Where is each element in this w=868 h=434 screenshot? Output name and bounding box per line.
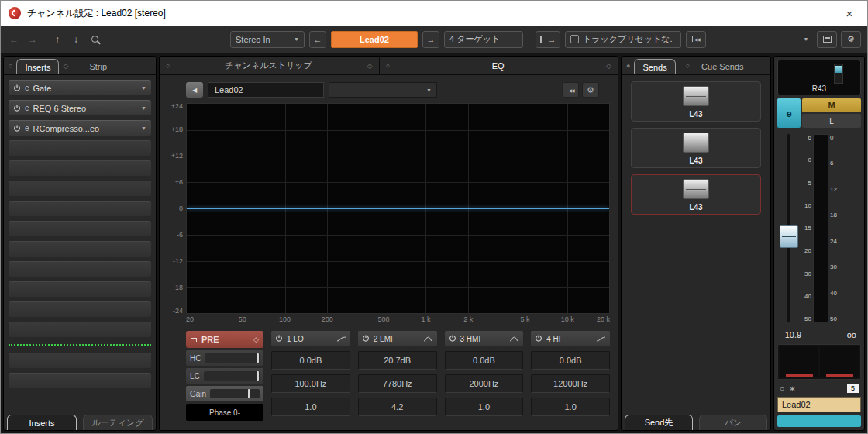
slider-handle[interactable] [257,353,259,363]
pre-post-fader-separator[interactable] [9,342,151,348]
eq-curve-line[interactable] [187,208,609,209]
power-icon[interactable] [13,84,21,92]
edit-plugin-icon[interactable]: e [25,104,29,112]
edit-plugin-icon[interactable]: e [25,84,29,92]
insert-slot[interactable]: e REQ 6 Stereo ▼ [9,100,151,115]
preset-diamond-icon[interactable]: ◇ [606,62,611,70]
eq-band-gain[interactable]: 0.0dB [531,351,610,370]
eq-reset-button[interactable]: ◀◀ [562,82,579,98]
low-cut-slider[interactable] [204,371,260,381]
send-slot[interactable]: L43 [631,128,761,168]
channel-strip-header[interactable]: ○ チャンネルストリップ ◇ [160,57,380,74]
eq-band-freq[interactable]: 100.0Hz [271,374,350,393]
eq-band-freq[interactable]: 7780Hz [358,374,437,393]
insert-slot-empty[interactable] [9,160,151,176]
phase-button[interactable]: Phase 0- [186,404,264,421]
back-button[interactable]: ← [7,31,21,48]
prev-channel-button[interactable]: ↑ [50,31,64,48]
fader-level-value[interactable]: -10.9 [782,330,801,339]
bypass-inserts-button[interactable]: ◀◀ [686,31,706,48]
eq-band-freq[interactable]: 12000Hz [531,374,610,393]
settings-button[interactable]: ⚙ [841,31,861,48]
open-window-button[interactable] [817,31,837,48]
power-icon[interactable] [535,335,542,343]
pan-slider-track[interactable] [834,64,843,84]
power-icon[interactable] [362,335,370,343]
channel-color-bar[interactable] [777,415,861,427]
listen-button[interactable]: L [802,114,861,128]
band-curve-icon[interactable] [596,336,606,343]
channel-name-field[interactable]: Lead02 [331,31,418,48]
track-preset-field[interactable]: トラックプリセットな. [565,31,681,48]
channel-search-button[interactable] [88,31,102,48]
preset-diamond-icon[interactable]: ◇ [367,62,373,70]
automation-circle-icon[interactable]: ○ [780,384,784,393]
tab-cue-sends[interactable]: Cue Sends [694,59,751,74]
bottom-tab-send-destination[interactable]: Send先 [625,415,693,430]
input-routing-select[interactable]: Stereo In ▼ [230,31,305,48]
insert-slot-empty[interactable] [9,281,151,297]
edit-plugin-icon[interactable]: e [25,124,29,133]
eq-band-header[interactable]: 2 LMF [358,331,437,346]
close-button[interactable]: × [832,1,867,26]
send-fader-cap[interactable] [683,179,709,199]
send-slot[interactable]: L43 [631,81,761,122]
bottom-tab-inserts[interactable]: Inserts [7,415,77,430]
eq-band-header[interactable]: 1 LO [271,331,350,346]
power-icon[interactable] [13,125,21,133]
mute-button[interactable]: M [802,98,861,112]
direct-routing-button[interactable]: → [536,31,560,48]
band-curve-icon[interactable] [509,336,519,343]
low-cut-row[interactable]: LC [186,368,264,384]
send-fader-cap[interactable] [683,86,709,106]
insert-slot-empty[interactable] [9,261,151,277]
eq-preset-select[interactable]: ▼ [329,82,437,98]
insert-slot-empty[interactable] [9,201,151,216]
eq-band-header[interactable]: 4 HI [531,331,610,346]
high-cut-slider[interactable] [205,353,260,363]
forward-button[interactable]: → [26,31,40,48]
eq-band-freq[interactable]: 2000Hz [445,374,524,393]
volume-fader[interactable] [777,133,801,324]
tab-sends[interactable]: Sends [634,59,675,74]
pan-slider-handle[interactable] [835,66,842,73]
power-icon[interactable] [275,335,283,343]
send-slot-selected[interactable]: L43 [631,174,761,215]
bottom-tab-pan[interactable]: パン [699,415,767,430]
pre-filters-button[interactable]: PRE ◇ [186,331,264,348]
eq-band-q[interactable]: 1.0 [271,398,350,416]
high-cut-row[interactable]: HC [186,350,264,366]
tab-inserts[interactable]: Inserts [16,59,59,74]
bottom-tab-routing[interactable]: ルーティング [83,415,153,430]
insert-slot-empty[interactable] [9,373,151,388]
eq-settings-button[interactable]: ⚙ [582,82,599,98]
send-fader-cap[interactable] [683,133,709,153]
eq-graph[interactable] [186,103,610,314]
eq-band-gain[interactable]: 20.7dB [358,351,437,370]
insert-slot-empty[interactable] [9,140,151,156]
eq-collapse-button[interactable]: ◀ [186,82,203,98]
targets-select[interactable]: 4 ターゲット [444,31,523,48]
insert-slot-empty[interactable] [9,322,151,337]
eq-band-q[interactable]: 1.0 [531,398,610,416]
band-curve-icon[interactable] [336,336,346,343]
eq-band-q[interactable]: 4.2 [358,398,437,416]
notepad-asterisk-icon[interactable]: ∗ [789,384,795,393]
gain-slider[interactable] [210,389,260,398]
eq-band-q[interactable]: 1.0 [445,398,524,416]
power-icon[interactable] [13,105,21,112]
insert-slot[interactable]: e RCompresso...eo ▼ [9,120,151,136]
edit-channel-button[interactable]: e [777,98,801,128]
power-icon[interactable] [449,335,456,343]
insert-slot[interactable]: e Gate ▼ [9,80,151,95]
slider-handle[interactable] [248,389,250,398]
peak-level-value[interactable]: -oo [844,330,856,339]
channel-name-display[interactable]: Lead02 [777,397,861,412]
insert-slot-empty[interactable] [9,241,151,257]
next-edited-channel-button[interactable]: → [422,31,439,48]
pan-control[interactable]: R43 [777,60,861,95]
tab-strip[interactable]: Strip [81,59,115,74]
functions-menu-button[interactable]: ▼ [799,31,813,48]
insert-slot-empty[interactable] [9,353,151,368]
slider-handle[interactable] [257,371,259,381]
